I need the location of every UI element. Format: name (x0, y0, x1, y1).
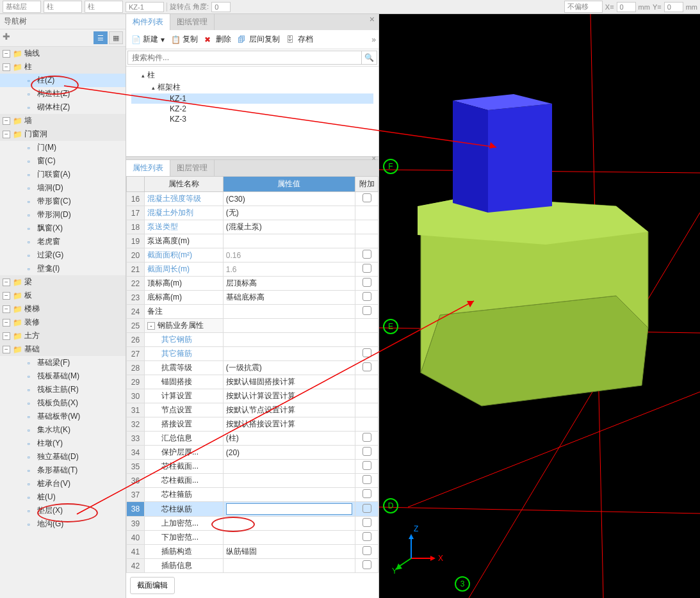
nav-item[interactable]: ▫带形窗(C) (0, 195, 126, 208)
nav-item[interactable]: ▫砌体柱(Z) (0, 101, 126, 114)
prop-row[interactable]: 31 节点设置 按默认节点设置计算 (127, 403, 378, 417)
floor-copy-button[interactable]: 🗐层间复制 (235, 33, 282, 46)
checkbox[interactable] (362, 489, 371, 498)
tree-item-kz3[interactable]: KZ-3 (131, 114, 373, 124)
nav-item[interactable]: ▫独立基础(D) (0, 450, 126, 464)
prop-row[interactable]: 33 汇总信息 (柱) (127, 432, 378, 446)
delete-button[interactable]: ✖删除 (202, 33, 234, 46)
prop-row[interactable]: 41 插筋构造 纵筋锚固 (127, 545, 378, 559)
checkbox[interactable] (362, 250, 371, 259)
nav-item[interactable]: ▫基础板带(W) (0, 410, 126, 423)
grid-view-button[interactable]: ▦ (109, 31, 123, 44)
checkbox[interactable] (362, 546, 371, 555)
nav-group[interactable]: −📁轴线 (0, 47, 126, 60)
prop-row[interactable]: 16 混凝土强度等级 (C30) (127, 192, 378, 206)
search-input[interactable] (127, 51, 362, 65)
prop-row[interactable]: 19 泵送高度(m) (127, 234, 378, 248)
nav-group[interactable]: −📁楼梯 (0, 302, 126, 316)
x-value[interactable]: 0 (617, 2, 636, 12)
checkbox[interactable] (362, 306, 371, 315)
prop-row[interactable]: 24 备注 (127, 305, 378, 319)
tab-component-list[interactable]: 构件列表 (126, 14, 170, 30)
offset-select[interactable]: 不偏移 (564, 1, 603, 13)
nav-item[interactable]: ▫带形洞(D) (0, 208, 126, 222)
prop-row[interactable]: 34 保护层厚... (20) (127, 446, 378, 460)
nav-group[interactable]: −📁板 (0, 289, 126, 302)
prop-row[interactable]: 39 上加密范... (127, 517, 378, 531)
prop-row[interactable]: 18 泵送类型 (混凝土泵) (127, 220, 378, 234)
nav-item[interactable]: ▫壁龛(I) (0, 262, 126, 275)
nav-item[interactable]: ▫门联窗(A) (0, 168, 126, 181)
checkbox[interactable] (362, 278, 371, 287)
nav-item[interactable]: ▫墙洞(D) (0, 181, 126, 195)
nav-item[interactable]: ▫过梁(G) (0, 248, 126, 262)
prop-value-input[interactable] (226, 503, 352, 515)
copy-button[interactable]: 📋复制 (168, 33, 200, 46)
prop-row[interactable]: 17 混凝土外加剂 (无) (127, 206, 378, 220)
prop-row[interactable]: 30 计算设置 按默认计算设置计算 (127, 389, 378, 403)
new-button[interactable]: 📄新建 ▾ (129, 33, 167, 46)
prop-row[interactable]: 38 芯柱纵筋 (127, 502, 378, 517)
tab-property-list[interactable]: 属性列表 (126, 160, 170, 176)
checkbox[interactable] (362, 264, 371, 273)
checkbox[interactable] (362, 560, 371, 569)
tree-item-kz1[interactable]: KZ-1 (131, 93, 373, 104)
nav-item[interactable]: ▫垫层(X) (0, 504, 126, 517)
checkbox[interactable] (362, 193, 371, 202)
type-select[interactable]: 柱 (85, 1, 123, 13)
nav-group[interactable]: −📁墙 (0, 114, 126, 127)
nav-item[interactable]: ▫窗(C) (0, 154, 126, 168)
checkbox[interactable] (362, 433, 371, 442)
nav-item[interactable]: ▫门(M) (0, 141, 126, 154)
checkbox[interactable] (362, 518, 371, 527)
tree-sub[interactable]: ▴框架柱 (131, 81, 373, 93)
prop-row[interactable]: 37 芯柱箍筋 (127, 488, 378, 502)
member-select[interactable]: KZ-1 (126, 2, 164, 12)
checkbox[interactable] (362, 447, 371, 456)
prop-row[interactable]: 36 芯柱截面... (127, 474, 378, 488)
checkbox[interactable] (362, 504, 371, 513)
prop-row[interactable]: 26 其它钢筋 (127, 333, 378, 347)
prop-row[interactable]: 22 顶标高(m) 层顶标高 (127, 277, 378, 291)
nav-group[interactable]: −📁柱 (0, 60, 126, 74)
prop-row[interactable]: 40 下加密范... (127, 531, 378, 545)
tree-root[interactable]: ▴柱 (131, 69, 373, 81)
floor-select[interactable]: 基础层 (3, 1, 41, 13)
category-select[interactable]: 柱 (44, 1, 82, 13)
nav-item[interactable]: ▫基础梁(F) (0, 356, 126, 369)
tab-layer-manage[interactable]: 图层管理 (170, 160, 215, 176)
list-view-button[interactable]: ☰ (94, 31, 108, 44)
checkbox[interactable] (362, 532, 371, 541)
close-icon[interactable]: × (366, 14, 378, 30)
nav-item[interactable]: ▫柱(Z) (0, 74, 126, 87)
rotate-value[interactable]: 0 (211, 2, 231, 12)
y-value[interactable]: 0 (664, 2, 683, 12)
search-icon[interactable]: 🔍 (362, 51, 377, 65)
prop-row[interactable]: 27 其它箍筋 (127, 347, 378, 361)
nav-item[interactable]: ▫飘窗(X) (0, 222, 126, 235)
prop-row[interactable]: 20 截面面积(m²) 0.16 (127, 248, 378, 263)
nav-group[interactable]: −📁基础 (0, 343, 126, 356)
section-edit-button[interactable]: 截面编辑 (130, 577, 175, 594)
nav-group[interactable]: −📁土方 (0, 329, 126, 343)
nav-item[interactable]: ▫集水坑(K) (0, 423, 126, 437)
nav-item[interactable]: ▫筏板基础(M) (0, 369, 126, 383)
nav-item[interactable]: ▫桩(U) (0, 490, 126, 504)
checkbox[interactable] (362, 475, 371, 484)
add-icon[interactable]: ✚ (3, 31, 10, 44)
checkbox[interactable] (362, 348, 371, 357)
nav-group[interactable]: −📁梁 (0, 275, 126, 289)
nav-item[interactable]: ▫筏板负筋(X) (0, 396, 126, 410)
archive-button[interactable]: 🗄存档 (284, 33, 316, 46)
nav-item[interactable]: ▫条形基础(T) (0, 464, 126, 477)
tree-item-kz2[interactable]: KZ-2 (131, 104, 373, 114)
nav-item[interactable]: ▫桩承台(V) (0, 477, 126, 490)
tab-drawing-manage[interactable]: 图纸管理 (170, 14, 215, 30)
nav-item[interactable]: ▫构造柱(Z) (0, 87, 126, 101)
checkbox[interactable] (362, 292, 371, 301)
nav-group[interactable]: −📁门窗洞 (0, 127, 126, 141)
prop-row[interactable]: 35 芯柱截面... (127, 460, 378, 474)
nav-item[interactable]: ▫地沟(G) (0, 517, 126, 531)
prop-row[interactable]: 42 插筋信息 (127, 559, 378, 573)
viewport-3d[interactable]: F E D 3 X Z Y (379, 14, 700, 598)
